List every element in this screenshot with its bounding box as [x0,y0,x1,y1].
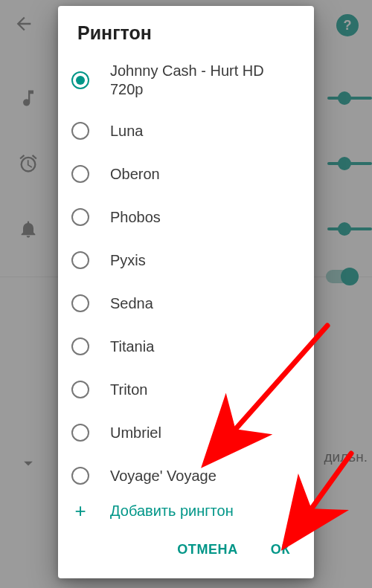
ringtone-item[interactable]: Phobos [58,196,314,239]
ok-button[interactable]: ОК [266,536,295,563]
radio-icon [71,71,89,89]
radio-icon [71,122,89,140]
ringtone-label: Phobos [110,208,161,227]
ringtone-label: Titania [110,337,154,356]
ringtone-item[interactable]: Johnny Cash - Hurt HD 720p [58,51,314,109]
ringtone-item[interactable]: Voyage' Voyage [58,454,314,490]
radio-icon [71,208,89,226]
cancel-button[interactable]: ОТМЕНА [173,536,243,563]
ringtone-item[interactable]: Titania [58,325,314,368]
ringtone-item[interactable]: Luna [58,109,314,152]
add-ringtone-label: Добавить рингтон [110,503,234,520]
radio-icon [71,467,89,485]
ringtone-list: Johnny Cash - Hurt HD 720pLunaOberonPhob… [58,48,314,490]
plus-icon: + [71,502,89,520]
ringtone-label: Oberon [110,165,160,184]
ringtone-label: Sedna [110,294,153,313]
radio-icon [71,424,89,442]
radio-icon [71,337,89,355]
dialog-actions: ОТМЕНА ОК [58,527,314,578]
radio-icon [71,165,89,183]
ringtone-label: Luna [110,122,144,140]
ringtone-label: Johnny Cash - Hurt HD 720p [110,62,301,99]
ringtone-label: Voyage' Voyage [110,467,217,485]
ringtone-label: Umbriel [110,424,161,442]
radio-icon [71,381,89,398]
ringtone-item[interactable]: Oberon [58,152,314,196]
ringtone-item[interactable]: Triton [58,368,314,411]
ringtone-item[interactable]: Pyxis [58,239,314,282]
ringtone-item[interactable]: Umbriel [58,411,314,454]
radio-icon [71,294,89,312]
radio-icon [71,251,89,269]
dialog-title: Рингтон [58,6,314,48]
ringtone-label: Pyxis [110,251,146,270]
ringtone-dialog: Рингтон Johnny Cash - Hurt HD 720pLunaOb… [58,6,314,578]
ringtone-label: Triton [110,381,147,399]
ringtone-item[interactable]: Sedna [58,282,314,325]
add-ringtone-button[interactable]: + Добавить рингтон [58,490,314,527]
